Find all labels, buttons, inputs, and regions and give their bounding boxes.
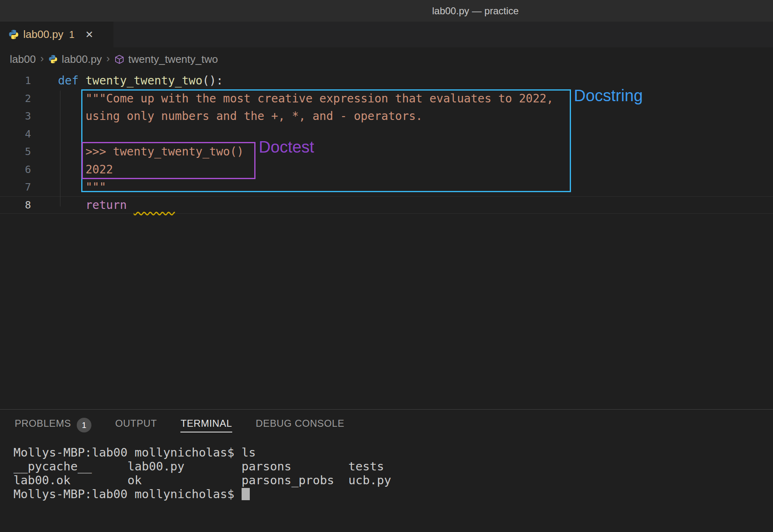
line-number: 8 <box>0 197 31 214</box>
code-editor[interactable]: 1def twenty_twenty_two():2 """Come up wi… <box>0 71 773 409</box>
terminal-output[interactable]: Mollys-MBP:lab00 mollynicholas$ ls__pyca… <box>13 446 391 501</box>
breadcrumb-item-symbol[interactable]: twenty_twenty_two <box>128 53 218 66</box>
code-line[interactable]: 1def twenty_twenty_two(): <box>0 72 773 90</box>
breadcrumb-item-file[interactable]: lab00.py <box>62 53 102 66</box>
line-number: 2 <box>0 90 31 108</box>
tab-terminal[interactable]: TERMINAL <box>180 418 232 432</box>
symbol-cube-icon <box>114 54 124 64</box>
code-line[interactable]: 8 return ______ <box>0 196 773 214</box>
chevron-right-icon: › <box>106 52 111 66</box>
problems-count-badge: 1 <box>77 418 91 432</box>
window-title: lab00.py — practice <box>432 5 519 17</box>
indent-guide <box>60 91 60 206</box>
python-file-icon <box>48 54 58 64</box>
editor-lines: 1def twenty_twenty_two():2 """Come up wi… <box>0 71 773 214</box>
terminal-prompt-line[interactable]: Mollys-MBP:lab00 mollynicholas$ <box>13 487 391 501</box>
line-number: 1 <box>0 72 31 90</box>
breadcrumb: lab00 › lab00.py › twenty_twenty_two <box>0 47 773 71</box>
line-number: 7 <box>0 178 31 196</box>
line-number: 4 <box>0 125 31 143</box>
panel-tab-bar: PROBLEMS 1 OUTPUT TERMINAL DEBUG CONSOLE <box>0 410 773 441</box>
code-text: using only numbers and the +, *, and - o… <box>58 107 422 125</box>
code-text: return ______ <box>58 197 175 214</box>
code-line[interactable]: 2 """Come up with the most creative expr… <box>0 90 773 108</box>
breadcrumb-item-lab00[interactable]: lab00 <box>10 53 36 66</box>
panel-tab-label: TERMINAL <box>180 418 232 432</box>
code-text: >>> twenty_twenty_two() <box>58 143 244 161</box>
tab-problems[interactable]: PROBLEMS 1 <box>15 418 91 432</box>
code-text: """ <box>58 178 106 196</box>
tab-output[interactable]: OUTPUT <box>115 418 157 432</box>
code-text: """Come up with the most creative expres… <box>58 90 553 108</box>
code-text: 2022 <box>58 161 113 179</box>
code-line[interactable]: 5 >>> twenty_twenty_two() <box>0 143 773 161</box>
code-line[interactable]: 4 <box>0 125 773 143</box>
tab-label: lab00.py <box>23 28 63 41</box>
code-line[interactable]: 6 2022 <box>0 161 773 179</box>
code-line[interactable]: 3 using only numbers and the +, *, and -… <box>0 107 773 125</box>
terminal-line: __pycache__ lab00.py parsons tests <box>13 459 391 473</box>
tab-lab00[interactable]: lab00.py 1 ✕ <box>0 22 113 47</box>
terminal-prompt: Mollys-MBP:lab00 mollynicholas$ <box>13 487 242 501</box>
line-number: 5 <box>0 143 31 161</box>
line-number: 3 <box>0 107 31 125</box>
warning-squiggle: ______ <box>133 198 175 212</box>
panel-tab-label: DEBUG CONSOLE <box>256 418 344 432</box>
python-file-icon <box>8 29 19 40</box>
terminal-line: lab00.ok ok parsons_probs ucb.py <box>13 473 391 487</box>
terminal-cursor <box>242 488 250 500</box>
bottom-panel: PROBLEMS 1 OUTPUT TERMINAL DEBUG CONSOLE… <box>0 409 773 532</box>
window-titlebar: lab00.py — practice <box>0 0 773 22</box>
code-text: def twenty_twenty_two(): <box>58 72 223 90</box>
tab-debug-console[interactable]: DEBUG CONSOLE <box>256 418 344 432</box>
tab-problem-badge: 1 <box>69 29 74 40</box>
panel-tab-label: PROBLEMS <box>15 418 71 432</box>
editor-tab-bar: lab00.py 1 ✕ <box>0 22 773 47</box>
panel-tab-label: OUTPUT <box>115 418 157 432</box>
line-number: 6 <box>0 161 31 179</box>
chevron-right-icon: › <box>40 52 45 66</box>
close-icon[interactable]: ✕ <box>85 29 93 40</box>
terminal-line: Mollys-MBP:lab00 mollynicholas$ ls <box>13 446 391 459</box>
code-line[interactable]: 7 """ <box>0 178 773 196</box>
